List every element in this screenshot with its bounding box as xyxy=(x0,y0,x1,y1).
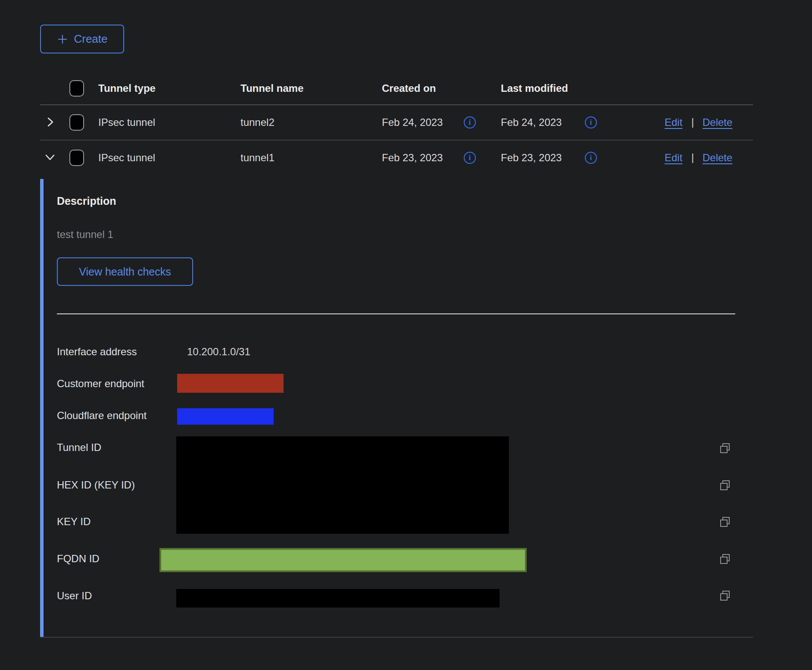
created-on-cell: Feb 23, 2023 xyxy=(382,152,443,164)
row-checkbox[interactable] xyxy=(69,114,84,131)
edit-link[interactable]: Edit xyxy=(665,116,682,128)
view-health-checks-label: View health checks xyxy=(79,266,171,278)
panel-bottom-divider xyxy=(40,637,753,638)
customer-endpoint-label: Customer endpoint xyxy=(57,378,144,390)
view-health-checks-button[interactable]: View health checks xyxy=(57,257,193,286)
interface-address-value: 10.200.1.0/31 xyxy=(187,346,250,358)
table-row: IPsec tunnel tunnel2 Feb 24, 2023 i Feb … xyxy=(0,105,812,140)
info-icon[interactable]: i xyxy=(464,152,476,164)
create-button-label: Create xyxy=(74,32,107,46)
expanded-row-accent-bar xyxy=(40,179,44,637)
actions-separator: | xyxy=(691,151,694,163)
cloudflare-endpoint-label: Cloudflare endpoint xyxy=(57,410,147,422)
tunnel-type-cell: IPsec tunnel xyxy=(98,152,155,164)
ids-redacted-value xyxy=(176,436,509,534)
description-value: test tunnel 1 xyxy=(57,229,113,241)
interface-address-label: Interface address xyxy=(57,346,137,358)
delete-link[interactable]: Delete xyxy=(703,152,732,164)
last-modified-cell: Feb 23, 2023 xyxy=(501,152,562,164)
user-id-label: User ID xyxy=(57,590,92,602)
copy-icon[interactable] xyxy=(719,479,731,492)
actions-separator: | xyxy=(691,116,694,128)
select-all-checkbox[interactable] xyxy=(69,80,84,97)
column-header-tunnel-name: Tunnel name xyxy=(240,82,303,94)
last-modified-cell: Feb 24, 2023 xyxy=(501,116,562,128)
info-icon[interactable]: i xyxy=(585,116,597,128)
user-id-redacted-value xyxy=(176,589,500,607)
copy-icon[interactable] xyxy=(719,553,731,565)
tunnel-name-cell: tunnel1 xyxy=(240,152,275,164)
info-icon[interactable]: i xyxy=(585,152,597,164)
info-icon[interactable]: i xyxy=(464,116,476,128)
column-header-created-on: Created on xyxy=(382,82,436,94)
tunnel-id-label: Tunnel ID xyxy=(57,441,101,454)
created-on-cell: Feb 24, 2023 xyxy=(382,116,443,128)
hex-id-label: HEX ID (KEY ID) xyxy=(57,479,135,491)
tunnel-name-cell: tunnel2 xyxy=(240,116,275,128)
delete-link[interactable]: Delete xyxy=(703,116,732,128)
plus-icon xyxy=(56,33,69,45)
description-label: Description xyxy=(57,195,116,207)
customer-endpoint-redacted-value xyxy=(177,374,284,393)
table-row: IPsec tunnel tunnel1 Feb 23, 2023 i Feb … xyxy=(0,140,812,175)
fqdn-id-label: FQDN ID xyxy=(57,553,100,565)
row-checkbox[interactable] xyxy=(69,150,84,166)
chevron-down-icon[interactable] xyxy=(44,151,56,165)
edit-link[interactable]: Edit xyxy=(665,152,682,164)
key-id-label: KEY ID xyxy=(57,516,91,528)
tunnel-type-cell: IPsec tunnel xyxy=(98,116,155,128)
column-header-last-modified: Last modified xyxy=(501,82,568,94)
column-header-tunnel-type: Tunnel type xyxy=(98,82,156,94)
copy-icon[interactable] xyxy=(719,590,731,602)
panel-divider xyxy=(57,313,735,314)
cloudflare-endpoint-redacted-value xyxy=(177,408,274,425)
copy-icon[interactable] xyxy=(719,442,731,454)
fqdn-id-redacted-value xyxy=(159,548,527,572)
create-button[interactable]: Create xyxy=(40,25,124,53)
copy-icon[interactable] xyxy=(719,516,731,528)
chevron-right-icon[interactable] xyxy=(44,116,56,130)
